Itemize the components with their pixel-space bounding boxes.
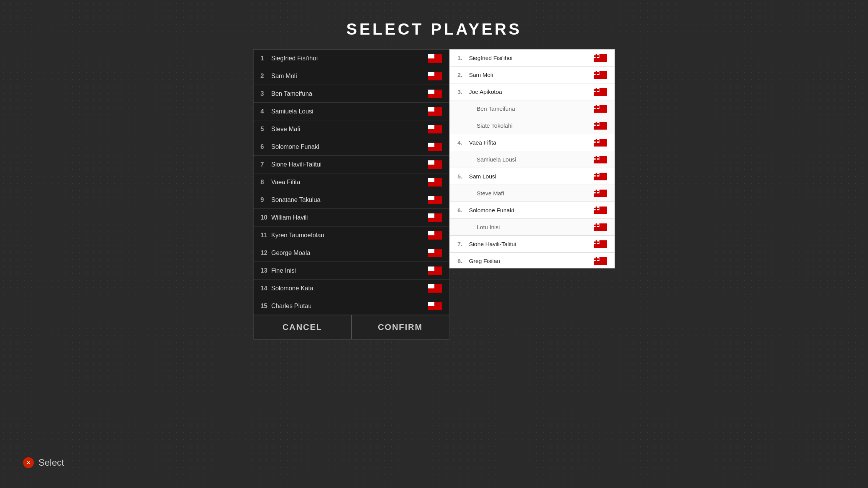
- flag-icon: [594, 139, 607, 147]
- flag-icon: [594, 207, 607, 214]
- roster-name: Sam Lousi: [469, 173, 594, 180]
- player-list-item[interactable]: 4 Samiuela Lousi: [254, 103, 449, 120]
- cancel-button[interactable]: CANCEL: [254, 315, 352, 339]
- roster-number: 8.: [457, 258, 469, 264]
- roster-name: Sam Moli: [469, 72, 594, 78]
- roster-item: 5. Sam Lousi: [450, 168, 614, 185]
- x-icon: ×: [23, 457, 34, 468]
- player-name: Vaea Fifita: [271, 179, 428, 186]
- player-number: 10: [260, 214, 271, 221]
- roster-sub-item: Steve Mafi: [450, 185, 614, 202]
- roster-item: 8. Greg Fisilau: [450, 253, 614, 268]
- roster-name: Sione Havili-Talitui: [469, 241, 594, 247]
- flag-icon: [594, 156, 607, 163]
- player-list-item[interactable]: 3 Ben Tameifuna: [254, 85, 449, 103]
- flag-icon: [428, 196, 442, 204]
- player-name: Sonatane Takulua: [271, 197, 428, 203]
- player-list-item[interactable]: 14 Solomone Kata: [254, 280, 449, 297]
- player-name: Charles Piutau: [271, 303, 428, 310]
- player-number: 5: [260, 126, 271, 133]
- player-number: 9: [260, 197, 271, 203]
- player-list-item[interactable]: 11 Kyren Taumoefolau: [254, 227, 449, 244]
- flag-icon: [428, 178, 442, 187]
- buttons-row: CANCEL CONFIRM: [254, 315, 449, 339]
- player-list-item[interactable]: 15 Charles Piutau: [254, 297, 449, 315]
- player-name: Steve Mafi: [271, 126, 428, 133]
- flag-icon: [594, 122, 607, 130]
- roster-item: 2. Sam Moli: [450, 67, 614, 83]
- player-number: 13: [260, 267, 271, 274]
- player-list-item[interactable]: 6 Solomone Funaki: [254, 138, 449, 156]
- flag-icon: [428, 213, 442, 222]
- player-name: Samiuela Lousi: [271, 108, 428, 115]
- confirm-button[interactable]: CONFIRM: [352, 315, 449, 339]
- player-name: Ben Tameifuna: [271, 90, 428, 97]
- roster-sub-item: Ben Tameifuna: [450, 100, 614, 117]
- player-number: 11: [260, 232, 271, 239]
- flag-icon: [428, 54, 442, 63]
- player-list-item[interactable]: 1 Siegfried Fisi'ihoi: [254, 50, 449, 67]
- player-name: Solomone Kata: [271, 285, 428, 292]
- player-list-item[interactable]: 2 Sam Moli: [254, 67, 449, 85]
- flag-icon: [594, 54, 607, 62]
- roster-name: Greg Fisilau: [469, 258, 594, 264]
- player-name: Siegfried Fisi'ihoi: [271, 55, 428, 62]
- roster-name: Joe Apikotoa: [469, 88, 594, 95]
- player-number: 15: [260, 303, 271, 310]
- select-label: Select: [38, 457, 64, 468]
- flag-icon: [594, 223, 607, 231]
- player-list-item[interactable]: 8 Vaea Fifita: [254, 173, 449, 191]
- flag-icon: [594, 173, 607, 180]
- roster-number: 5.: [457, 173, 469, 180]
- flag-icon: [428, 302, 442, 310]
- roster-sub-item: Samiuela Lousi: [450, 151, 614, 168]
- flag-icon: [428, 249, 442, 257]
- player-name: Kyren Taumoefolau: [271, 232, 428, 239]
- player-number: 1: [260, 55, 271, 62]
- page-title: SELECT PLAYERS: [0, 0, 868, 38]
- roster-number: 3.: [457, 88, 469, 95]
- roster-name: Steve Mafi: [477, 190, 594, 197]
- right-panel: 1. Siegfried Fisi'ihoi 2. Sam Moli 3. Jo…: [449, 49, 615, 268]
- flag-icon: [428, 72, 442, 80]
- player-name: William Havili: [271, 214, 428, 221]
- player-number: 8: [260, 179, 271, 186]
- flag-icon: [428, 160, 442, 169]
- roster-item: 7. Sione Havili-Talitui: [450, 236, 614, 253]
- roster-item: 6. Solomone Funaki: [450, 202, 614, 219]
- player-list: 1 Siegfried Fisi'ihoi 2 Sam Moli 3 Ben T…: [254, 50, 449, 315]
- flag-icon: [428, 231, 442, 240]
- flag-icon: [594, 71, 607, 79]
- player-name: Sam Moli: [271, 73, 428, 80]
- player-number: 14: [260, 285, 271, 292]
- flag-icon: [428, 143, 442, 151]
- flag-icon: [428, 266, 442, 275]
- player-number: 12: [260, 250, 271, 256]
- roster-sub-item: Lotu Inisi: [450, 219, 614, 236]
- flag-icon: [428, 125, 442, 133]
- player-number: 4: [260, 108, 271, 115]
- player-list-item[interactable]: 7 Sione Havili-Talitui: [254, 156, 449, 173]
- player-number: 3: [260, 90, 271, 97]
- player-list-item[interactable]: 13 Fine Inisi: [254, 262, 449, 280]
- flag-icon: [428, 107, 442, 116]
- roster-number: 6.: [457, 207, 469, 213]
- roster-name: Ben Tameifuna: [477, 105, 594, 112]
- roster-number: 1.: [457, 55, 469, 61]
- player-list-item[interactable]: 9 Sonatane Takulua: [254, 191, 449, 209]
- player-name: Fine Inisi: [271, 267, 428, 274]
- flag-icon: [594, 105, 607, 113]
- player-list-item[interactable]: 12 George Moala: [254, 244, 449, 262]
- flag-icon: [594, 257, 607, 265]
- player-name: George Moala: [271, 250, 428, 256]
- roster-name: Vaea Fifita: [469, 139, 594, 146]
- player-list-item[interactable]: 5 Steve Mafi: [254, 120, 449, 138]
- roster-item: 1. Siegfried Fisi'ihoi: [450, 50, 614, 67]
- roster-name: Siate Tokolahi: [477, 122, 594, 129]
- flag-icon: [428, 284, 442, 293]
- bottom-bar: × Select: [23, 457, 64, 468]
- roster-item: 3. Joe Apikotoa: [450, 83, 614, 100]
- flag-icon: [594, 190, 607, 197]
- player-list-item[interactable]: 10 William Havili: [254, 209, 449, 227]
- roster-number: 2.: [457, 72, 469, 78]
